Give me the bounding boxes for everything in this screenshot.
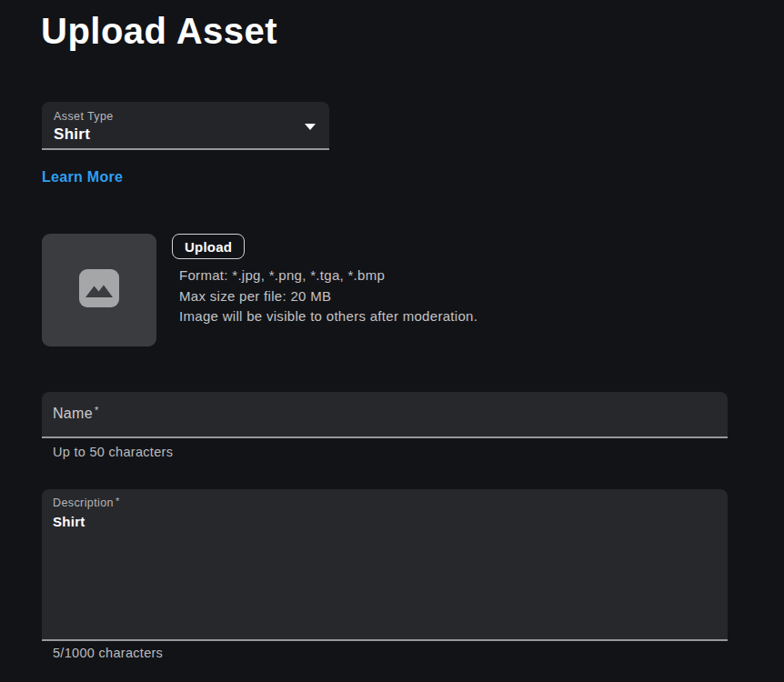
name-helper-text: Up to 50 characters	[53, 445, 173, 459]
learn-more-link[interactable]: Learn More	[42, 169, 123, 186]
image-icon	[79, 269, 119, 311]
required-asterisk: *	[93, 405, 99, 416]
upload-format-text: Format: *.jpg, *.png, *.tga, *.bmp	[179, 266, 477, 286]
upload-asset-page: Upload Asset Asset Type Shirt Learn More…	[0, 0, 784, 682]
asset-type-select[interactable]: Asset Type Shirt	[42, 102, 329, 150]
chevron-down-icon	[305, 124, 316, 130]
asset-type-label: Asset Type	[54, 110, 114, 123]
description-value: Shirt	[53, 514, 85, 529]
description-helper-text: 5/1000 characters	[53, 646, 163, 660]
upload-button[interactable]: Upload	[172, 234, 245, 259]
description-field-label: Description*	[53, 496, 120, 509]
description-textarea[interactable]: Description* Shirt	[42, 489, 728, 641]
asset-type-value: Shirt	[54, 125, 90, 144]
upload-info: Format: *.jpg, *.png, *.tga, *.bmp Max s…	[179, 266, 477, 327]
name-field-label: Name*	[53, 406, 98, 422]
upload-moderation-text: Image will be visible to others after mo…	[179, 306, 477, 327]
required-asterisk: *	[114, 496, 120, 506]
page-title: Upload Asset	[41, 9, 277, 53]
name-input[interactable]: Name*	[42, 392, 728, 438]
thumbnail-placeholder	[42, 234, 156, 346]
upload-max-size-text: Max size per file: 20 MB	[179, 286, 477, 307]
